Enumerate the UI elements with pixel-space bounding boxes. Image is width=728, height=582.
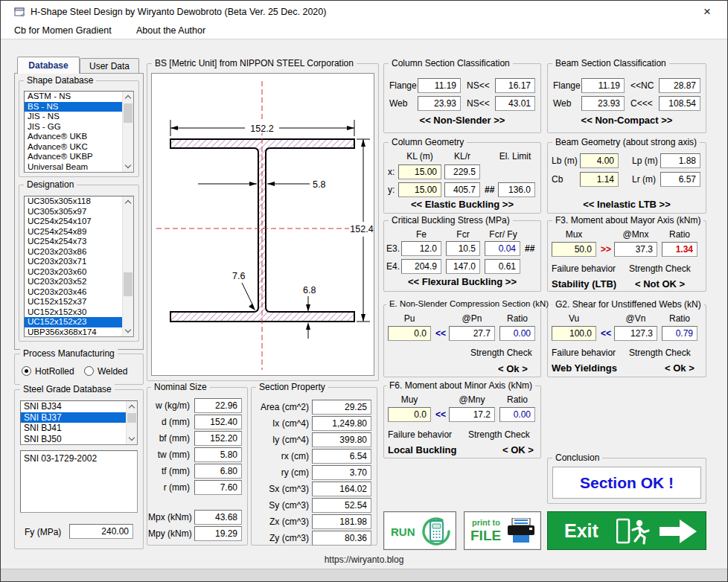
list-item[interactable]: ASTM - NS bbox=[25, 92, 122, 102]
beam-classification-label: Beam Section Classification bbox=[552, 58, 669, 68]
steel-grade-list[interactable]: SNI BJ34 SNI BJ37 SNI BJ41 SNI BJ50 bbox=[20, 400, 138, 445]
list-item[interactable]: Advance® UKBP bbox=[25, 152, 122, 162]
strength-check-label: Strength Check bbox=[629, 263, 691, 274]
welded-radio-label[interactable]: Welded bbox=[98, 366, 127, 377]
scroll-down-icon[interactable] bbox=[123, 325, 133, 336]
list-item[interactable]: SNI BJ50 bbox=[21, 434, 126, 445]
pu-input[interactable]: 0.0 bbox=[388, 326, 431, 341]
mny-header: @Mny bbox=[449, 394, 495, 405]
scroll-thumb[interactable] bbox=[124, 272, 132, 296]
row-label: d (mm) bbox=[148, 417, 190, 427]
shear-label: G2. Shear for Unstiffened Webs (kN) bbox=[552, 299, 704, 310]
scroll-up-icon[interactable] bbox=[127, 401, 137, 412]
hotrolled-radio[interactable] bbox=[22, 366, 31, 376]
row-label: Ix (cm^4) bbox=[252, 418, 309, 429]
hotrolled-radio-label[interactable]: HotRolled bbox=[35, 366, 74, 377]
list-item[interactable]: JIS - NS bbox=[25, 112, 122, 122]
row-label: w (kg/m) bbox=[148, 400, 190, 411]
title-bar: H-Shape Steel Design by Wiryanto Dewobro… bbox=[1, 1, 727, 23]
scrollbar[interactable] bbox=[122, 92, 133, 172]
ratio-header: Ratio bbox=[499, 313, 535, 324]
form-icon bbox=[14, 7, 25, 18]
list-item[interactable]: Advance® UKB bbox=[25, 132, 122, 142]
close-icon[interactable]: × bbox=[697, 4, 717, 20]
dim-tf: 6.8 bbox=[303, 285, 316, 295]
list-item[interactable]: UBP356x368x174 bbox=[25, 327, 122, 338]
file-label: FILE bbox=[470, 528, 501, 544]
process-manufacturing-label: Process Manufacturing bbox=[20, 348, 118, 359]
klx-input[interactable]: 15.00 bbox=[398, 164, 441, 179]
scrollbar[interactable] bbox=[126, 401, 137, 444]
list-item[interactable]: Advance® UKC bbox=[25, 142, 122, 153]
list-item[interactable]: UC152x152x30 bbox=[25, 307, 122, 318]
print-to-file-button[interactable]: print to FILE bbox=[464, 511, 541, 550]
scroll-down-icon[interactable] bbox=[123, 161, 133, 172]
strength-check-label: Strength Check bbox=[629, 348, 691, 358]
moment-major-label: F3. Moment about Mayor Axis (kNm) bbox=[552, 215, 703, 226]
menu-cb-momen-gradient[interactable]: Cb for Momen Gradient bbox=[11, 25, 115, 36]
row-value: 7.60 bbox=[194, 480, 242, 495]
lb-input[interactable]: 4.00 bbox=[580, 153, 619, 168]
fy-label: Fy (MPa) bbox=[25, 527, 61, 537]
row-label: Mpy (kNm) bbox=[148, 528, 190, 539]
list-item[interactable]: UC254x254x107 bbox=[25, 217, 122, 227]
flange-label: Flange bbox=[389, 80, 417, 91]
list-item[interactable]: UC305x305x97 bbox=[25, 207, 122, 217]
list-item[interactable]: SNI BJ41 bbox=[21, 423, 126, 434]
row-value: 29.25 bbox=[312, 400, 371, 415]
fcrfy-header: Fcr/ Fy bbox=[483, 229, 523, 240]
list-item-selected[interactable]: SNI BJ37 bbox=[21, 412, 126, 423]
list-item[interactable]: UC203x203x60 bbox=[25, 267, 122, 278]
welded-radio[interactable] bbox=[84, 366, 94, 376]
exit-button[interactable]: Exit bbox=[547, 511, 706, 550]
footer-url[interactable]: https://wiryanto.blog bbox=[1, 554, 727, 565]
marker: ## bbox=[525, 243, 534, 254]
mux-input[interactable]: 50.0 bbox=[552, 242, 596, 257]
tab-database[interactable]: Database bbox=[17, 57, 80, 74]
cb-input[interactable]: 1.14 bbox=[580, 172, 619, 187]
failure-behavior-value: Local Buckling bbox=[388, 444, 456, 455]
compare-arrow: >> bbox=[601, 244, 611, 255]
lb-label: Lb (m) bbox=[552, 156, 578, 166]
scroll-up-icon[interactable] bbox=[123, 196, 133, 208]
designation-list[interactable]: UC305x305x118 UC305x305x97 UC254x254x107… bbox=[24, 196, 134, 337]
menu-about-author[interactable]: About the Author bbox=[133, 25, 208, 36]
shape-database-list[interactable]: ASTM - NS BS - NS JIS - NS JIS - GG Adva… bbox=[24, 91, 134, 173]
list-item[interactable]: JIS - GG bbox=[25, 122, 122, 132]
x-row-label: x: bbox=[388, 167, 395, 177]
list-item[interactable]: UC254x254x73 bbox=[25, 237, 122, 247]
section-drawing: 152.2 5.8 152.4 7.6 6.8 bbox=[151, 73, 374, 376]
list-item[interactable]: UC203x203x71 bbox=[25, 257, 122, 267]
row-value: 5.80 bbox=[194, 447, 242, 462]
row-value: 6.80 bbox=[194, 464, 242, 479]
list-item-selected[interactable]: UC152x152x23 bbox=[25, 317, 122, 327]
muy-input[interactable]: 0.0 bbox=[388, 407, 431, 422]
list-item[interactable]: UC305x305x118 bbox=[25, 196, 122, 207]
e4-fe: 204.9 bbox=[401, 259, 441, 274]
failure-behavior-value: Web Yieldings bbox=[552, 362, 617, 374]
dim-bf: 152.2 bbox=[250, 124, 273, 134]
fy-field[interactable]: 240.00 bbox=[69, 524, 133, 539]
list-item[interactable]: SNI BJ34 bbox=[21, 401, 126, 412]
scroll-thumb[interactable] bbox=[124, 103, 132, 123]
scroll-thumb[interactable] bbox=[127, 413, 136, 423]
mnx-value: 37.3 bbox=[614, 242, 657, 257]
scroll-up-icon[interactable] bbox=[123, 92, 133, 103]
row-value: 43.68 bbox=[194, 510, 242, 525]
strength-check-value: < Not OK > bbox=[635, 278, 685, 290]
dim-d: 152.4 bbox=[350, 224, 373, 234]
vu-input[interactable]: 100.0 bbox=[552, 326, 596, 341]
list-item[interactable]: UC203x203x86 bbox=[25, 247, 122, 258]
list-item[interactable]: Universal Beam bbox=[25, 162, 122, 173]
tab-user-data[interactable]: User Data bbox=[80, 58, 139, 74]
list-item[interactable]: UC203x203x52 bbox=[25, 277, 122, 287]
run-button[interactable]: RUN bbox=[383, 511, 456, 550]
scroll-down-icon[interactable] bbox=[127, 433, 137, 444]
kly-input[interactable]: 15.00 bbox=[398, 182, 441, 197]
list-item[interactable]: UC254x254x89 bbox=[25, 227, 122, 237]
list-item-selected[interactable]: BS - NS bbox=[25, 102, 122, 112]
list-item[interactable]: UC152x152x37 bbox=[25, 297, 122, 307]
scrollbar[interactable] bbox=[122, 196, 133, 336]
vu-header: Vu bbox=[552, 313, 596, 324]
list-item[interactable]: UC203x203x46 bbox=[25, 287, 122, 298]
